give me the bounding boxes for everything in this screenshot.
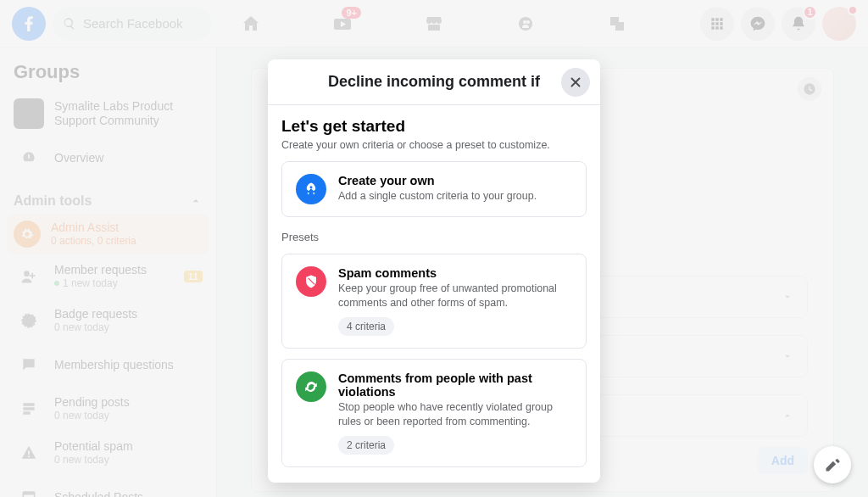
option-title: Spam comments <box>338 266 572 280</box>
option-sub: Keep your group free of unwanted promoti… <box>338 282 572 310</box>
criteria-pill: 2 criteria <box>338 436 394 455</box>
modal-title: Decline incoming comment if <box>328 73 540 91</box>
compose-fab[interactable] <box>814 446 851 483</box>
modal-close-button[interactable] <box>561 68 590 97</box>
decline-comment-modal: Decline incoming comment if Let's get st… <box>268 59 600 483</box>
option-create-your-own[interactable]: Create your own Add a single custom crit… <box>281 161 587 217</box>
close-icon <box>568 75 583 90</box>
rocket-icon <box>296 174 326 204</box>
modal-body: Let's get started Create your own criter… <box>268 105 600 483</box>
criteria-pill: 4 criteria <box>338 317 394 336</box>
option-title: Create your own <box>338 174 572 187</box>
pencil-icon <box>824 456 841 473</box>
presets-label: Presets <box>281 231 587 243</box>
modal-subtext: Create your own criteria or choose a pre… <box>281 139 587 151</box>
option-sub: Add a single custom criteria to your gro… <box>338 189 572 204</box>
option-spam-comments[interactable]: Spam comments Keep your group free of un… <box>281 254 587 349</box>
modal-subtitle: Let's get started <box>281 117 587 136</box>
option-past-violations[interactable]: Comments from people with past violation… <box>281 359 587 467</box>
shield-slash-icon <box>296 266 326 297</box>
modal-header: Decline incoming comment if <box>268 59 600 105</box>
option-sub: Stop people who have recently violated g… <box>338 400 572 429</box>
option-title: Comments from people with past violation… <box>338 371 572 399</box>
cycle-icon <box>296 371 326 402</box>
